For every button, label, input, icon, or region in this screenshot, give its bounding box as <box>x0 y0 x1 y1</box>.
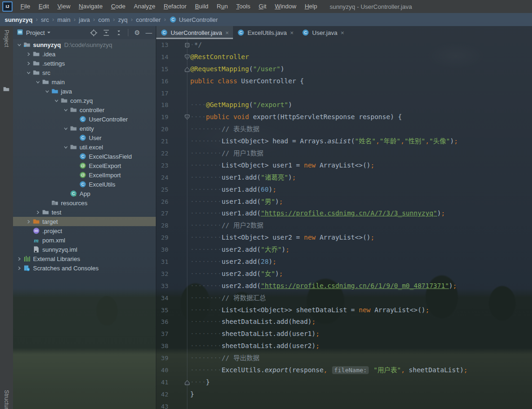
close-icon[interactable]: × <box>340 29 344 36</box>
tree-item[interactable]: com.zyq <box>13 96 156 105</box>
tree-item[interactable]: @ExcelImport <box>13 170 156 180</box>
code-line[interactable]: 32········user2.add("女"); <box>156 268 532 280</box>
tree-item[interactable]: controller <box>13 105 156 114</box>
expand-all-icon[interactable] <box>103 29 110 36</box>
chevron-right-icon[interactable] <box>24 61 33 66</box>
breadcrumb-item[interactable]: CUserController <box>169 16 218 23</box>
chevron-down-icon[interactable] <box>61 107 70 113</box>
tree-item[interactable]: java <box>13 87 156 96</box>
menu-item[interactable]: Analyze <box>130 0 160 13</box>
tree-item[interactable]: CExcelUtils <box>13 180 156 189</box>
chevron-down-icon[interactable] <box>47 29 51 36</box>
tree-item[interactable]: External Libraries <box>13 254 156 263</box>
chevron-down-icon[interactable] <box>61 145 70 150</box>
chevron-down-icon[interactable] <box>61 126 70 131</box>
menu-item[interactable]: Build <box>191 0 213 13</box>
code-line[interactable]: 19····public void export(HttpServletResp… <box>156 111 532 123</box>
code-line[interactable]: 13·*/ <box>156 39 532 51</box>
editor-tab[interactable]: CUserController.java× <box>156 26 233 39</box>
tree-item[interactable]: CUser <box>13 133 156 142</box>
code-line[interactable]: 41····} <box>156 376 532 389</box>
code-line[interactable]: 38········sheetDataList.add(user2); <box>156 340 532 352</box>
tree-item[interactable]: resources <box>13 198 156 208</box>
menu-item[interactable]: Navigate <box>74 0 106 13</box>
code-line[interactable]: 25········user1.add(60); <box>156 184 532 196</box>
code-line[interactable]: 16public class UserController { <box>156 75 532 87</box>
code-line[interactable]: 42} <box>156 389 532 401</box>
code-line[interactable]: 43 <box>156 401 532 409</box>
breadcrumb-item[interactable]: controller <box>136 16 160 23</box>
code-line[interactable]: 34········// 将数据汇总 <box>156 292 532 304</box>
menu-item[interactable]: Edit <box>34 0 53 13</box>
breadcrumb-item[interactable]: com <box>98 16 110 23</box>
menu-item[interactable]: Tools <box>232 0 254 13</box>
fold-up-icon[interactable] <box>184 379 190 385</box>
locate-file-icon[interactable] <box>90 29 97 36</box>
menu-item[interactable]: Refactor <box>160 0 191 13</box>
tree-item[interactable]: Scratches and Consoles <box>13 263 156 273</box>
chevron-down-icon[interactable] <box>15 42 23 47</box>
menu-item[interactable]: Git <box>254 0 271 13</box>
chevron-right-icon[interactable] <box>15 256 23 261</box>
chevron-down-icon[interactable] <box>43 89 51 94</box>
tree-item[interactable]: util.excel <box>13 142 156 152</box>
editor-tab[interactable]: CExcelUtils.java× <box>233 26 298 39</box>
breadcrumb-item[interactable]: src <box>41 16 49 23</box>
close-icon[interactable]: × <box>290 29 294 36</box>
chevron-right-icon[interactable] <box>24 52 33 57</box>
code-line[interactable]: 39········// 导出数据 <box>156 352 532 364</box>
menu-item[interactable]: Code <box>107 0 130 13</box>
code-line[interactable]: 17 <box>156 87 532 100</box>
fold-box-icon[interactable] <box>184 42 190 48</box>
tree-item[interactable]: CExcelClassField <box>13 152 156 161</box>
tree-item[interactable]: src <box>13 68 156 77</box>
menu-item[interactable]: Help <box>300 0 321 13</box>
code-line[interactable]: 36········sheetDataList.add(head); <box>156 316 532 328</box>
tree-item[interactable]: CUserController <box>13 114 156 124</box>
code-line[interactable]: 30········user2.add("大乔"); <box>156 244 532 256</box>
breadcrumb-item[interactable]: main <box>57 16 70 23</box>
code-line[interactable]: 23········List<Object> user1 = new Array… <box>156 160 532 172</box>
chevron-down-icon[interactable] <box>24 70 33 75</box>
tree-item[interactable]: main <box>13 77 156 87</box>
code-line[interactable]: 31········user2.add(28); <box>156 256 532 268</box>
code-line[interactable]: 28········// 用户2数据 <box>156 220 532 232</box>
chevron-right-icon[interactable] <box>33 210 42 215</box>
menu-item[interactable]: Window <box>271 0 300 13</box>
menu-item[interactable]: Run <box>213 0 232 13</box>
project-tool-window-icon[interactable] <box>3 86 10 94</box>
fold-down-icon[interactable] <box>184 54 190 60</box>
chevron-right-icon[interactable] <box>24 219 33 224</box>
tree-item[interactable]: mpom.xml <box>13 235 156 245</box>
tree-item[interactable]: sunnyzyqD:\code\sunnyzyq <box>13 40 156 49</box>
hide-panel-icon[interactable]: — <box>146 29 152 36</box>
fold-up-icon[interactable] <box>184 66 190 72</box>
tree-item[interactable]: .idea <box>13 49 156 59</box>
breadcrumb-item[interactable]: java <box>79 16 90 23</box>
breadcrumb-item[interactable]: sunnyzyq <box>5 16 33 23</box>
code-line[interactable]: 21········List<Object> head = Arrays.asL… <box>156 135 532 148</box>
code-line[interactable]: 27········user1.add("https://profile.csd… <box>156 208 532 220</box>
code-line[interactable]: 35········List<List<Object>> sheetDataLi… <box>156 304 532 316</box>
code-line[interactable]: 26········user1.add("男"); <box>156 196 532 208</box>
menu-item[interactable]: View <box>53 0 74 13</box>
code-line[interactable]: 22········// 用户1数据 <box>156 148 532 160</box>
code-line[interactable]: 20········// 表头数据 <box>156 123 532 135</box>
tree-item[interactable]: CApp <box>13 189 156 198</box>
tree-item[interactable]: .project <box>13 226 156 235</box>
tree-item[interactable]: test <box>13 208 156 217</box>
stripe-project-button[interactable]: Project <box>3 30 10 47</box>
chevron-down-icon[interactable] <box>52 98 60 103</box>
code-line[interactable]: 40········ExcelUtils.export(response, fi… <box>156 364 532 376</box>
menu-item[interactable]: File <box>16 0 34 13</box>
tree-item[interactable]: entity <box>13 124 156 133</box>
tree-item[interactable]: target <box>13 217 156 226</box>
code-line[interactable]: 29········List<Object> user2 = new Array… <box>156 232 532 244</box>
code-area[interactable]: 13·*/14@RestController15@RequestMapping(… <box>156 39 532 409</box>
tree-item[interactable]: sunnyzyq.iml <box>13 245 156 254</box>
code-line[interactable]: 33········user2.add("https://profile.csd… <box>156 280 532 292</box>
stripe-structure-button[interactable]: Structure <box>3 390 10 409</box>
collapse-all-icon[interactable] <box>115 29 122 36</box>
breadcrumb-item[interactable]: zyq <box>118 16 127 23</box>
tree-item[interactable]: @ExcelExport <box>13 161 156 170</box>
